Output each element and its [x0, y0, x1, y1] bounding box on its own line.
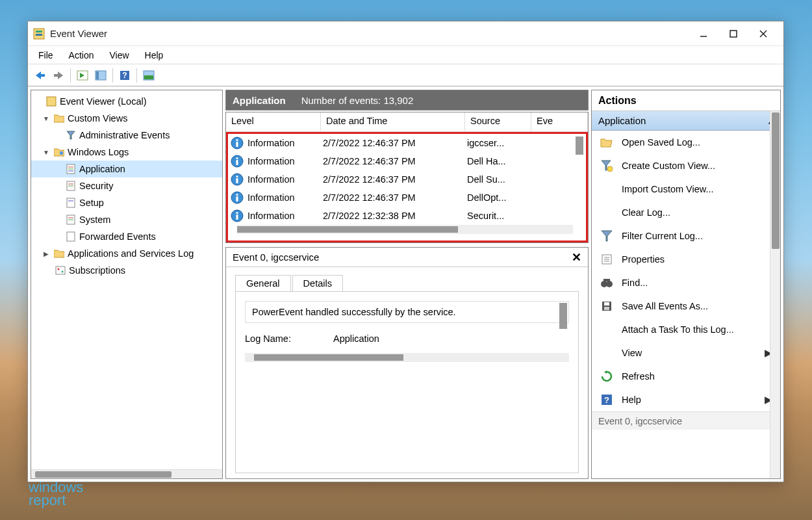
preview-pane-button[interactable] [140, 67, 157, 84]
tree-setup[interactable]: Setup [31, 194, 222, 211]
nav-back-button[interactable] [32, 67, 49, 84]
show-hide-tree-button[interactable] [92, 67, 109, 84]
svg-marker-20 [54, 115, 64, 122]
svg-marker-59 [602, 231, 612, 241]
actions-header: Actions [592, 90, 780, 111]
help-icon: ? [600, 393, 614, 407]
chevron-down-icon[interactable]: ▼ [42, 115, 51, 122]
column-eventid[interactable]: Eve [531, 112, 588, 131]
svg-text:?: ? [604, 395, 609, 405]
events-vertical-scrollbar[interactable] [576, 135, 585, 174]
events-header-title: Application [233, 95, 286, 106]
svg-rect-23 [60, 151, 63, 155]
tab-general[interactable]: General [235, 275, 291, 291]
menu-help[interactable]: Help [137, 47, 171, 63]
tree-horizontal-scrollbar[interactable] [31, 469, 222, 478]
chevron-right-icon[interactable]: ▶ [42, 250, 51, 257]
events-header: Application Number of events: 13,902 [225, 90, 589, 110]
event-row[interactable]: Information2/7/2022 12:32:38 PMSecurit..… [228, 207, 586, 225]
action-pane-button[interactable] [74, 67, 91, 84]
action-filter-current-log[interactable]: Filter Current Log... [592, 224, 780, 248]
svg-marker-9 [58, 72, 63, 79]
funnel-icon [65, 129, 77, 141]
details-horizontal-scrollbar[interactable] [245, 353, 569, 362]
event-row[interactable]: Information2/7/2022 12:46:37 PMDellOpt..… [228, 188, 586, 207]
close-details-button[interactable]: ✕ [572, 250, 581, 265]
event-row[interactable]: Information2/7/2022 12:46:37 PMDell Ha..… [228, 152, 586, 170]
tab-details[interactable]: Details [292, 275, 343, 291]
svg-rect-55 [236, 214, 238, 220]
navigation-tree[interactable]: Event Viewer (Local) ▼ Custom Views Admi… [31, 90, 222, 469]
properties-icon [600, 252, 614, 266]
event-row[interactable]: Information2/7/2022 12:46:37 PMigccser..… [228, 134, 586, 152]
tree-root[interactable]: Event Viewer (Local) [31, 93, 222, 110]
help-button[interactable]: ? [116, 67, 133, 84]
column-level[interactable]: Level [226, 112, 321, 131]
blank [600, 205, 614, 220]
binoculars-icon [600, 276, 614, 290]
information-icon [231, 136, 244, 150]
event-viewer-icon [45, 96, 57, 107]
svg-rect-19 [47, 97, 56, 106]
menu-view[interactable]: View [101, 47, 136, 63]
column-source[interactable]: Source [465, 112, 531, 131]
svg-point-58 [607, 166, 613, 172]
maximize-button[interactable] [718, 24, 748, 44]
svg-rect-68 [604, 302, 609, 306]
svg-rect-43 [236, 142, 238, 147]
tree-admin-events[interactable]: Administrative Events [31, 127, 222, 144]
tree-subscriptions[interactable]: Subscriptions [31, 262, 222, 279]
action-view[interactable]: View▶ [592, 341, 780, 365]
blank [600, 182, 614, 196]
action-clear-log[interactable]: Clear Log... [592, 201, 780, 224]
tree-forwarded-events[interactable]: Forwarded Events [31, 228, 222, 245]
svg-point-54 [236, 212, 238, 214]
chevron-down-icon[interactable]: ▼ [42, 149, 51, 156]
minimize-button[interactable] [689, 24, 718, 44]
center-panel: Application Number of events: 13,902 Lev… [225, 90, 589, 479]
action-refresh[interactable]: Refresh [592, 365, 780, 388]
tree-application[interactable]: Application [31, 161, 222, 177]
information-icon [231, 173, 244, 186]
svg-point-42 [236, 139, 238, 141]
nav-forward-button[interactable] [50, 67, 67, 84]
event-details-panel: Event 0, igccservice ✕ General Details P… [225, 247, 589, 479]
svg-rect-38 [56, 266, 65, 274]
log-icon [65, 163, 77, 175]
svg-marker-37 [54, 250, 64, 257]
events-columns[interactable]: Level Date and Time Source Eve [226, 112, 588, 132]
tree-apps-services-logs[interactable]: ▶ Applications and Services Log [31, 245, 222, 262]
action-properties[interactable]: Properties [592, 248, 780, 271]
message-vertical-scrollbar[interactable] [559, 303, 567, 329]
action-attach-a-task-to-this-log[interactable]: Attach a Task To this Log... [592, 318, 780, 341]
save-icon [600, 299, 614, 313]
close-button[interactable] [748, 24, 778, 44]
svg-rect-2 [36, 34, 42, 36]
tree-custom-views[interactable]: ▼ Custom Views [31, 110, 222, 127]
folder-open-icon [600, 135, 614, 150]
action-import-custom-view[interactable]: Import Custom View... [592, 177, 780, 201]
information-icon [231, 209, 244, 222]
svg-point-51 [236, 194, 238, 196]
action-create-custom-view[interactable]: Create Custom View... [592, 154, 780, 177]
tree-system[interactable]: System [31, 211, 222, 228]
tree-security[interactable]: Security [31, 177, 222, 194]
watermark: windows report [29, 481, 83, 507]
svg-point-45 [236, 157, 238, 159]
event-row[interactable]: Information2/7/2022 12:46:37 PMDell Su..… [228, 170, 586, 188]
menu-action[interactable]: Action [61, 47, 102, 63]
column-datetime[interactable]: Date and Time [321, 112, 465, 131]
menu-file[interactable]: File [31, 47, 61, 63]
action-save-all-events-as[interactable]: Save All Events As... [592, 294, 780, 318]
actions-group-application[interactable]: Application ▴ [592, 111, 780, 131]
action-help[interactable]: ?Help▶ [592, 388, 780, 411]
folder-icon [53, 112, 65, 124]
actions-vertical-scrollbar[interactable] [770, 111, 780, 478]
action-find[interactable]: Find... [592, 271, 780, 294]
action-open-saved-log[interactable]: Open Saved Log... [592, 131, 780, 154]
svg-rect-10 [54, 74, 58, 77]
svg-rect-46 [236, 160, 238, 165]
actions-group-event[interactable]: Event 0, igccservice [592, 411, 780, 430]
events-horizontal-scrollbar[interactable] [237, 225, 573, 234]
tree-windows-logs[interactable]: ▼ Windows Logs [31, 144, 222, 161]
